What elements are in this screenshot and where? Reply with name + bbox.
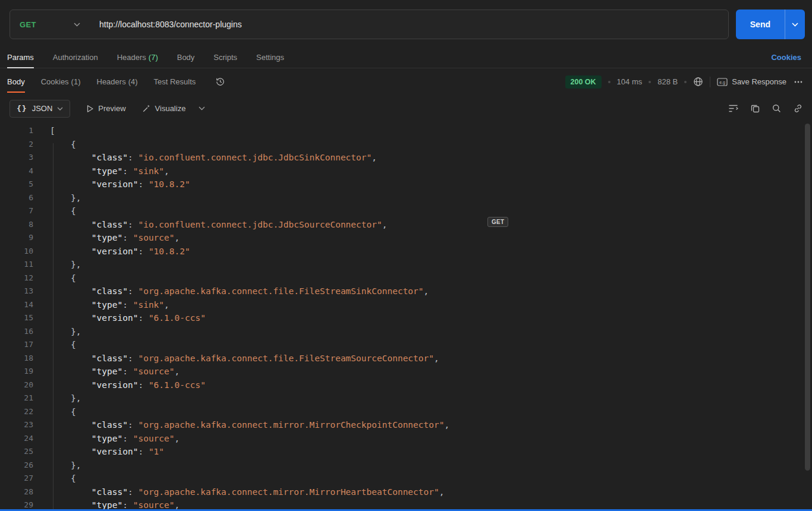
line-number: 5 <box>0 178 33 191</box>
line-number: 6 <box>0 191 33 205</box>
format-select-label: JSON <box>32 104 53 113</box>
headers-count-badge: (7) <box>149 53 158 62</box>
code-line: 5 "version": "10.8.2" <box>0 178 812 191</box>
code-line: 12 { <box>0 272 812 285</box>
copy-icon[interactable] <box>751 104 760 113</box>
tab-body[interactable]: Body <box>177 46 195 68</box>
line-number: 28 <box>0 485 33 499</box>
line-number: 10 <box>0 245 33 258</box>
line-number: 20 <box>0 378 33 392</box>
send-button[interactable]: Send <box>736 10 785 39</box>
save-response-label: Save Response <box>732 77 786 86</box>
viewer-more-chevron-icon[interactable] <box>199 106 205 111</box>
tab-authorization[interactable]: Authorization <box>53 46 98 68</box>
preview-button[interactable]: Preview <box>86 104 125 113</box>
response-tab-test-results-label: Test Results <box>154 77 196 86</box>
code-line: 9 "type": "source", <box>0 231 812 245</box>
code-line: 10 "version": "10.8.2" <box>0 245 812 258</box>
line-number: 13 <box>0 285 33 298</box>
link-icon[interactable] <box>794 104 802 113</box>
response-tab-headers[interactable]: Headers (4) <box>97 68 138 95</box>
response-tab-body[interactable]: Body <box>7 68 25 95</box>
send-split-button: Send <box>736 10 805 39</box>
wrap-text-icon[interactable] <box>728 104 738 113</box>
tab-headers[interactable]: Headers (7) <box>117 46 158 68</box>
line-number: 22 <box>0 405 33 419</box>
request-bar: GET Send <box>0 0 812 39</box>
response-tab-test-results[interactable]: Test Results <box>154 68 196 95</box>
vertical-scrollbar-thumb[interactable] <box>805 124 810 471</box>
code-line: 13 "class": "org.apache.kafka.connect.fi… <box>0 285 812 298</box>
code-line: 1[ <box>0 124 812 138</box>
line-number: 1 <box>0 124 33 138</box>
preview-label: Preview <box>98 104 125 113</box>
response-tab-cookies-label: Cookies <box>41 77 69 86</box>
indent-guide <box>53 143 53 511</box>
url-box: GET <box>10 10 729 39</box>
line-number: 21 <box>0 392 33 405</box>
cookies-count-badge: (1) <box>71 77 81 86</box>
more-options-icon[interactable] <box>793 77 804 87</box>
method-select[interactable]: GET <box>10 10 90 39</box>
code-line: 27 { <box>0 472 812 485</box>
line-number: 26 <box>0 459 33 472</box>
code-line: 22 { <box>0 405 812 419</box>
meta-separator-dot <box>608 81 610 83</box>
response-time[interactable]: 104 ms <box>617 77 643 86</box>
line-number: 19 <box>0 365 33 378</box>
code-line: 7 { <box>0 204 812 218</box>
line-number: 7 <box>0 204 33 218</box>
code-line: 4 "type": "sink", <box>0 165 812 178</box>
method-tooltip: GET <box>487 217 508 227</box>
line-number: 25 <box>0 445 33 459</box>
code-line: 25 "version": "1" <box>0 445 812 459</box>
line-number: 8 <box>0 218 33 232</box>
url-input[interactable] <box>90 20 728 29</box>
save-response-button[interactable]: e.g Save Response <box>717 77 786 86</box>
code-line: 14 "type": "sink", <box>0 298 812 312</box>
code-line: 19 "type": "source", <box>0 365 812 378</box>
send-options-chevron-icon[interactable] <box>785 10 805 39</box>
line-number: 23 <box>0 418 33 432</box>
status-badge[interactable]: 200 OK <box>565 75 602 89</box>
code-line: 11 }, <box>0 258 812 272</box>
tab-scripts[interactable]: Scripts <box>213 46 237 68</box>
response-body-viewer[interactable]: 1[2 {3 "class": "io.confluent.connect.jd… <box>0 122 812 511</box>
visualize-button[interactable]: Visualize <box>142 104 186 113</box>
code-line: 20 "version": "6.1.0-ccs" <box>0 378 812 392</box>
meta-separator-dot <box>684 81 687 83</box>
search-icon[interactable] <box>772 104 781 113</box>
response-history-icon[interactable] <box>215 77 225 87</box>
line-number: 16 <box>0 325 33 339</box>
line-number: 3 <box>0 151 33 165</box>
line-number: 24 <box>0 432 33 446</box>
code-line: 16 }, <box>0 325 812 339</box>
line-number: 9 <box>0 231 33 245</box>
code-line: 6 }, <box>0 191 812 205</box>
code-line: 3 "class": "io.confluent.connect.jdbc.Jd… <box>0 151 812 165</box>
response-tab-headers-label: Headers <box>97 77 126 86</box>
meta-separator-dot <box>649 81 651 83</box>
save-example-icon: e.g <box>717 78 728 86</box>
code-line: 28 "class": "org.apache.kafka.connect.mi… <box>0 485 812 499</box>
line-number: 4 <box>0 165 33 178</box>
format-select[interactable]: {} JSON <box>10 100 70 118</box>
response-viewer-toolbar: {} JSON Preview Visualize <box>0 95 812 122</box>
response-meta: 200 OK 104 ms 828 B e.g Save Response <box>565 75 804 89</box>
code-line: 8 "class": "io.confluent.connect.jdbc.Jd… <box>0 218 812 232</box>
tab-settings-label: Settings <box>256 53 284 62</box>
code-line: 23 "class": "org.apache.kafka.connect.mi… <box>0 418 812 432</box>
response-size[interactable]: 828 B <box>657 77 678 86</box>
line-number: 27 <box>0 472 33 485</box>
cookies-link[interactable]: Cookies <box>771 53 802 62</box>
tab-params[interactable]: Params <box>7 46 34 68</box>
viewer-action-icons <box>728 104 802 113</box>
braces-icon: {} <box>17 104 27 113</box>
response-tab-cookies[interactable]: Cookies (1) <box>41 68 81 95</box>
wand-icon <box>142 104 151 113</box>
network-globe-icon[interactable] <box>693 77 703 87</box>
code-line: 18 "class": "org.apache.kafka.connect.fi… <box>0 352 812 365</box>
tab-settings[interactable]: Settings <box>256 46 284 68</box>
svg-text:e.g: e.g <box>719 80 725 85</box>
response-header: Body Cookies (1) Headers (4) Test Result… <box>0 68 812 95</box>
